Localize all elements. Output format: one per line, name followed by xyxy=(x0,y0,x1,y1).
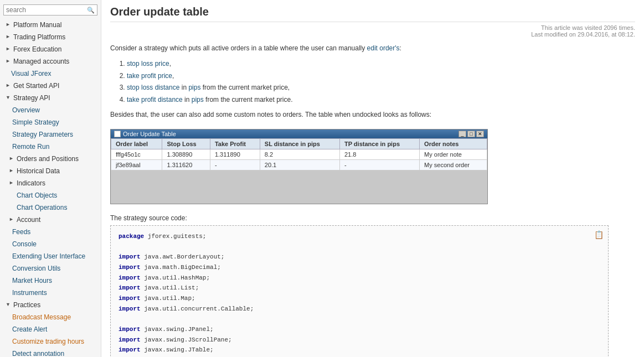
chevron-right-icon: ► xyxy=(6,21,11,29)
cell-order-label-2: jf3e89aal xyxy=(111,159,162,170)
pips-link-2[interactable]: pips xyxy=(192,96,204,104)
sidebar-item-get-started-api[interactable]: ► Get Started API xyxy=(0,80,101,92)
search-box[interactable]: 🔍 xyxy=(3,4,97,15)
cell-tp-pips-1: 21.8 xyxy=(339,149,419,159)
list-item-4: take profit distance in pips from the cu… xyxy=(127,94,635,106)
code-line-10: import javax.swing.JTable; xyxy=(119,345,600,355)
table-window-title: Order Update Table xyxy=(123,131,176,137)
cell-notes-1: My order note xyxy=(420,149,487,159)
window-controls[interactable]: _ □ ✕ xyxy=(458,131,484,137)
sidebar-item-create-alert[interactable]: Create Alert xyxy=(0,323,101,335)
visits-text: This article was visited 2096 times. xyxy=(110,24,635,31)
sidebar-item-indicators[interactable]: ► Indicators xyxy=(0,177,101,189)
search-icon[interactable]: 🔍 xyxy=(87,7,95,14)
cell-sl-pips-2: 20.1 xyxy=(260,159,339,170)
sidebar-item-broadcast-message[interactable]: Broadcast Message xyxy=(0,311,101,323)
stop-loss-distance-link[interactable]: stop loss distance xyxy=(127,84,179,91)
cell-sl-2: 1.311620 xyxy=(162,159,210,170)
close-button[interactable]: ✕ xyxy=(476,131,484,137)
chevron-down-icon: ▼ xyxy=(6,94,11,102)
cell-tp-2: - xyxy=(210,159,260,170)
chevron-right-icon: ► xyxy=(9,216,14,224)
order-data-table: Order label Stop Loss Take Profit SL dis… xyxy=(111,138,487,170)
besides-text: Besides that, the user can also add some… xyxy=(110,110,635,120)
sidebar-item-market-hours[interactable]: Market Hours xyxy=(0,275,101,287)
chevron-right-icon: ► xyxy=(9,179,14,187)
sidebar-item-managed-accounts[interactable]: ► Managed accounts xyxy=(0,55,101,68)
sidebar-item-practices[interactable]: ▼ Practices xyxy=(0,299,101,311)
sidebar-item-remote-run[interactable]: Remote Run xyxy=(0,141,101,153)
sidebar-item-orders-positions[interactable]: ► Orders and Positions xyxy=(0,153,101,165)
article-meta: This article was visited 2096 times. Las… xyxy=(110,24,635,38)
cell-order-label-1: fffg45o1c xyxy=(111,149,162,159)
titlebar-left: Order Update Table xyxy=(114,131,176,137)
sidebar: 🔍 ► Platform Manual ► Trading Platforms … xyxy=(0,0,101,357)
chevron-right-icon: ► xyxy=(9,167,14,175)
col-take-profit: Take Profit xyxy=(210,138,260,149)
col-sl-pips: SL distance in pips xyxy=(260,138,339,149)
modified-text: Last modified on 29.04.2016, at 08:12. xyxy=(110,31,635,38)
cell-sl-1: 1.308890 xyxy=(162,149,210,159)
cell-notes-2: My second order xyxy=(420,159,487,170)
code-line-9: import javax.swing.JScrollPane; xyxy=(119,335,600,345)
sidebar-item-strategy-parameters[interactable]: Strategy Parameters xyxy=(0,128,101,141)
list-item-2: take profit price, xyxy=(127,70,635,82)
code-line-8: import javax.swing.JPanel; xyxy=(119,324,600,335)
sidebar-item-platform-manual[interactable]: ► Platform Manual xyxy=(0,19,101,31)
list-item-1: stop loss price, xyxy=(127,58,635,70)
sidebar-item-console[interactable]: Console xyxy=(0,238,101,250)
pips-link-1[interactable]: pips xyxy=(188,84,200,91)
source-label: The strategy source code: xyxy=(110,214,635,222)
sidebar-item-simple-strategy[interactable]: Simple Strategy xyxy=(0,116,101,128)
cell-sl-pips-1: 8.2 xyxy=(260,149,339,159)
sidebar-item-extending-ui[interactable]: Extending User Interface xyxy=(0,250,101,262)
chevron-right-icon: ► xyxy=(9,155,14,163)
sidebar-item-chart-objects[interactable]: Chart Objects xyxy=(0,189,101,201)
intro-text: Consider a strategy which puts all activ… xyxy=(110,43,635,54)
main-content: Order update table This article was visi… xyxy=(101,0,644,357)
chevron-right-icon: ► xyxy=(6,45,11,53)
chevron-right-icon: ► xyxy=(6,82,11,90)
code-line-blank-1 xyxy=(119,241,600,252)
sidebar-item-detect-annotation[interactable]: Detect annotation xyxy=(0,348,101,357)
restore-button[interactable]: □ xyxy=(467,131,475,137)
edit-orders-link[interactable]: edit order's xyxy=(367,44,400,52)
code-line-4: import java.util.HashMap; xyxy=(119,273,600,283)
code-line-7: import java.util.concurrent.Callable; xyxy=(119,304,600,314)
take-profit-distance-link[interactable]: take profit distance xyxy=(127,96,183,104)
table-row: fffg45o1c 1.308890 1.311890 8.2 21.8 My … xyxy=(111,149,487,159)
sidebar-item-chart-operations[interactable]: Chart Operations xyxy=(0,201,101,214)
order-update-table-window: Order Update Table _ □ ✕ Order label Sto… xyxy=(110,129,488,204)
cell-tp-1: 1.311890 xyxy=(210,149,260,159)
chevron-right-icon: ► xyxy=(6,33,11,41)
page-title: Order update table xyxy=(110,6,635,22)
cell-tp-pips-2: - xyxy=(339,159,419,170)
copy-icon[interactable]: 📋 xyxy=(594,229,604,242)
code-block: 📋 package jforex.guitests; import java.a… xyxy=(110,225,609,357)
col-order-label: Order label xyxy=(111,138,162,149)
sidebar-item-strategy-api[interactable]: ▼ Strategy API xyxy=(0,92,101,104)
sidebar-item-historical-data[interactable]: ► Historical Data xyxy=(0,165,101,177)
table-row: jf3e89aal 1.311620 - 20.1 - My second or… xyxy=(111,159,487,170)
take-profit-price-link[interactable]: take profit price xyxy=(127,72,172,80)
sidebar-item-overview[interactable]: Overview xyxy=(0,104,101,116)
chevron-down-icon: ▼ xyxy=(6,301,11,309)
table-footer xyxy=(111,170,487,204)
sidebar-item-account[interactable]: ► Account xyxy=(0,214,101,226)
code-line-3: import java.math.BigDecimal; xyxy=(119,262,600,273)
code-line-6: import java.util.Map; xyxy=(119,293,600,304)
stop-loss-price-link[interactable]: stop loss price xyxy=(127,60,169,68)
minimize-button[interactable]: _ xyxy=(458,131,466,137)
sidebar-item-customize-trading-hours[interactable]: Customize trading hours xyxy=(0,335,101,348)
sidebar-item-trading-platforms[interactable]: ► Trading Platforms xyxy=(0,31,101,43)
sidebar-item-instruments[interactable]: Instruments xyxy=(0,287,101,299)
sidebar-item-conversion-utils[interactable]: Conversion Utils xyxy=(0,262,101,275)
sidebar-item-feeds[interactable]: Feeds xyxy=(0,226,101,238)
col-stop-loss: Stop Loss xyxy=(162,138,210,149)
code-line-5: import java.util.List; xyxy=(119,283,600,293)
sidebar-item-visual-jforex[interactable]: Visual JForex xyxy=(0,68,101,80)
sidebar-item-forex-education[interactable]: ► Forex Education xyxy=(0,43,101,55)
search-input[interactable] xyxy=(6,6,87,14)
col-tp-pips: TP distance in pips xyxy=(339,138,419,149)
edit-items-list: stop loss price, take profit price, stop… xyxy=(127,58,635,106)
